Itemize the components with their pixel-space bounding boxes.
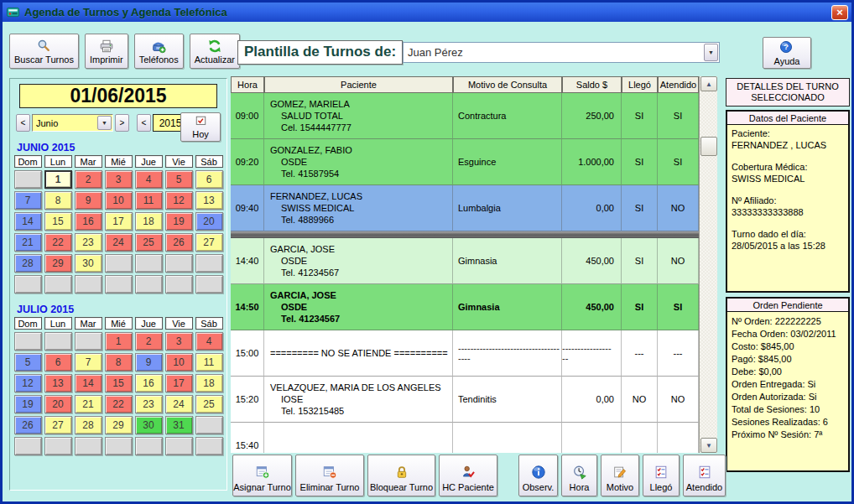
calendar-day-cell[interactable]: 17	[165, 374, 193, 392]
calendar-day-cell[interactable]: 3	[165, 332, 193, 351]
calendar-day-cell[interactable]: 11	[195, 353, 223, 372]
scroll-down-button[interactable]: ▼	[700, 438, 717, 453]
calendar-day-cell[interactable]: 8	[105, 353, 133, 372]
imprimir-button[interactable]: Imprimir	[85, 34, 128, 69]
calendar-day-cell[interactable]: 21	[75, 395, 102, 413]
calendar-day-cell[interactable]: 2	[75, 170, 102, 189]
calendar-day-cell[interactable]: 22	[105, 395, 133, 413]
calendar-day-cell[interactable]: 27	[44, 416, 72, 434]
asignar-turno-button[interactable]: Asignar Turno	[232, 455, 292, 496]
hc-paciente-button[interactable]: HC Paciente	[439, 455, 497, 496]
calendar-day-cell[interactable]: 6	[195, 170, 223, 189]
table-row[interactable]: 09:20GONZALEZ, FABIOOSDETel. 41587954Esg…	[231, 139, 699, 185]
month-dropdown-button[interactable]: ▼	[97, 116, 112, 130]
calendar-day-cell[interactable]: 5	[165, 170, 193, 189]
table-row[interactable]: 15:00========= NO SE ATIENDE ==========-…	[231, 330, 699, 377]
calendar-day-cell[interactable]: 25	[135, 233, 163, 252]
help-button[interactable]: ? Ayuda	[763, 37, 811, 69]
calendar-day-cell[interactable]: 3	[105, 170, 133, 189]
table-row[interactable]: 15:40	[231, 423, 699, 453]
calendar-day-cell[interactable]: 24	[105, 233, 133, 252]
column-header[interactable]: Llegó	[622, 76, 658, 93]
hora-button[interactable]: Hora	[561, 455, 597, 496]
prev-year-button[interactable]: <	[137, 114, 151, 132]
today-button[interactable]: Hoy	[180, 112, 221, 142]
eliminar-turno-button[interactable]: Eliminar Turno	[295, 455, 364, 496]
actualizar-button[interactable]: Actualizar	[190, 34, 240, 69]
calendar-day-cell[interactable]: 5	[14, 353, 42, 372]
calendar-day-cell[interactable]: 2	[135, 332, 163, 351]
calendar-day-cell[interactable]: 4	[195, 332, 223, 351]
llego-button[interactable]: Llegó	[643, 455, 680, 496]
column-header[interactable]: Hora	[231, 76, 264, 93]
calendar-day-cell[interactable]: 19	[14, 395, 42, 413]
professional-combobox[interactable]: Juan Pérez ▼	[403, 42, 720, 63]
prev-month-button[interactable]: <	[16, 114, 30, 132]
calendar-day-cell[interactable]: 31	[165, 416, 193, 434]
calendar-day-cell[interactable]: 12	[165, 191, 193, 210]
calendar-day-cell[interactable]: 18	[135, 212, 163, 231]
table-row[interactable]: 15:20VELAZQUEZ, MARIA DE LOS ANGELESIOSE…	[231, 377, 699, 423]
calendar-day-cell[interactable]: 15	[105, 374, 133, 392]
calendar-day-cell[interactable]: 30	[135, 416, 163, 434]
table-row[interactable]: 09:40FERNANDEZ, LUCASSWISS MEDICALTel. 4…	[231, 185, 699, 231]
close-button[interactable]: ×	[831, 5, 848, 20]
bloquear-turno-button[interactable]: Bloquear Turno	[367, 455, 435, 496]
calendar-day-cell[interactable]: 20	[195, 212, 223, 231]
calendar-day-cell[interactable]: 25	[195, 395, 223, 413]
telefonos-button[interactable]: Teléfonos	[134, 34, 184, 69]
calendar-day-cell[interactable]: 29	[105, 416, 133, 434]
calendar-day-cell[interactable]: 10	[165, 353, 193, 372]
calendar-day-cell[interactable]: 4	[135, 170, 163, 189]
table-row[interactable]: 09:00GOMEZ, MARIELASALUD TOTALCel. 15444…	[231, 93, 699, 139]
calendar-day-cell[interactable]: 16	[75, 212, 102, 231]
scrollbar-thumb[interactable]	[700, 137, 717, 156]
buscar-turnos-button[interactable]: Buscar Turnos	[9, 34, 79, 69]
calendar-day-cell[interactable]: 1	[105, 332, 133, 351]
calendar-day-cell[interactable]: 12	[14, 374, 42, 392]
calendar-day-cell[interactable]: 21	[14, 233, 42, 252]
calendar-day-cell[interactable]: 16	[135, 374, 163, 392]
calendar-day-cell[interactable]: 18	[195, 374, 223, 392]
calendar-day-cell[interactable]: 6	[44, 353, 72, 372]
table-row[interactable]: 14:40GARCIA, JOSEOSDETel. 41234567Gimnas…	[231, 238, 699, 284]
calendar-day-cell[interactable]: 10	[105, 191, 133, 210]
calendar-day-cell[interactable]: 20	[44, 395, 72, 413]
table-row[interactable]: 14:50GARCIA, JOSEOSDETel. 41234567Gimnas…	[231, 284, 699, 330]
column-header[interactable]: Saldo $	[562, 76, 622, 93]
column-header[interactable]: Motivo de Consulta	[453, 76, 562, 93]
calendar-day-cell[interactable]: 28	[14, 254, 42, 273]
calendar-day-cell[interactable]: 29	[44, 254, 72, 273]
calendar-day-cell[interactable]: 9	[75, 191, 102, 210]
calendar-day-cell[interactable]: 1	[44, 170, 72, 189]
calendar-day-cell[interactable]: 14	[75, 374, 102, 392]
calendar-day-cell[interactable]: 13	[44, 374, 72, 392]
calendar-day-cell[interactable]: 19	[165, 212, 193, 231]
observ-button[interactable]: Observ.	[518, 455, 558, 496]
month-combobox[interactable]: Junio ▼	[32, 114, 113, 132]
column-header[interactable]: Atendido	[658, 76, 699, 93]
calendar-day-cell[interactable]: 23	[135, 395, 163, 413]
calendar-day-cell[interactable]: 30	[75, 254, 102, 273]
calendar-day-cell[interactable]: 28	[75, 416, 102, 434]
calendar-day-cell[interactable]: 27	[195, 233, 223, 252]
calendar-day-cell[interactable]: 14	[14, 212, 42, 231]
atendido-button[interactable]: Atendido	[683, 455, 726, 496]
calendar-day-cell[interactable]: 24	[165, 395, 193, 413]
calendar-day-cell[interactable]: 23	[75, 233, 102, 252]
column-header[interactable]: Paciente	[264, 76, 453, 93]
calendar-day-cell[interactable]: 13	[195, 191, 223, 210]
motivo-button[interactable]: Motivo	[601, 455, 639, 496]
next-month-button[interactable]: >	[115, 114, 129, 132]
table-scrollbar[interactable]: ▲ ▼	[699, 76, 717, 453]
calendar-day-cell[interactable]: 26	[14, 416, 42, 434]
calendar-day-cell[interactable]: 15	[44, 212, 72, 231]
calendar-day-cell[interactable]: 26	[165, 233, 193, 252]
calendar-day-cell[interactable]: 9	[135, 353, 163, 372]
calendar-day-cell[interactable]: 11	[135, 191, 163, 210]
scroll-up-button[interactable]: ▲	[700, 76, 717, 91]
calendar-day-cell[interactable]: 17	[105, 212, 133, 231]
calendar-day-cell[interactable]: 7	[75, 353, 102, 372]
calendar-day-cell[interactable]: 7	[14, 191, 42, 210]
calendar-day-cell[interactable]: 8	[44, 191, 72, 210]
